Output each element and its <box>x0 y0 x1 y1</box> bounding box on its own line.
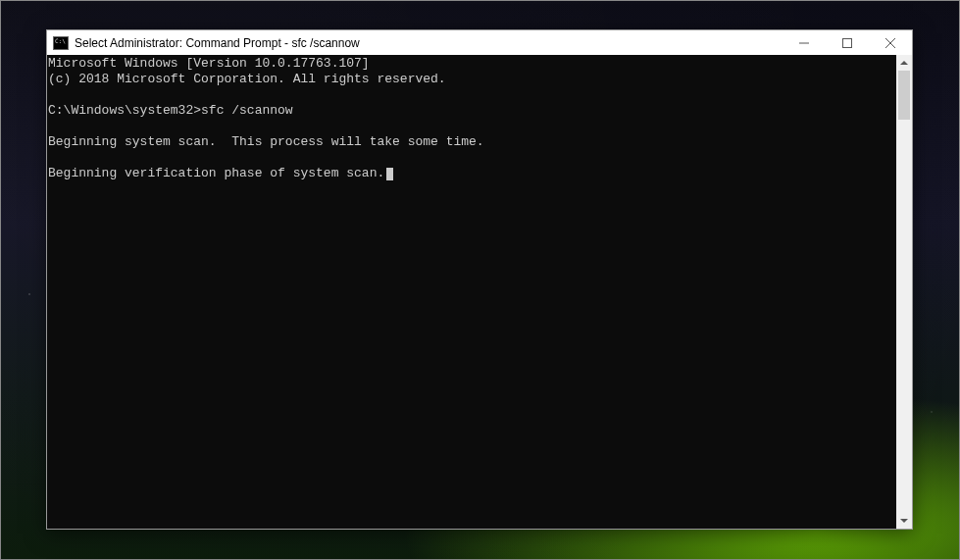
prompt-path: C:\Windows\system32> <box>48 103 201 118</box>
copyright-line: (c) 2018 Microsoft Corporation. All righ… <box>48 72 446 86</box>
cursor-icon <box>386 168 393 180</box>
terminal-output[interactable]: Microsoft Windows [Version 10.0.17763.10… <box>47 55 896 529</box>
window-controls <box>783 30 912 55</box>
command-prompt-window: Select Administrator: Command Prompt - s… <box>46 29 913 530</box>
scroll-thumb[interactable] <box>898 71 910 120</box>
minimize-icon <box>799 38 809 48</box>
vertical-scrollbar[interactable] <box>896 55 912 529</box>
close-button[interactable] <box>869 30 912 55</box>
svg-rect-1 <box>843 38 852 47</box>
maximize-icon <box>842 38 852 48</box>
scroll-up-arrow-icon[interactable] <box>896 55 912 71</box>
cmd-icon <box>53 36 69 50</box>
scroll-track[interactable] <box>896 71 912 513</box>
verification-line: Beginning verification phase of system s… <box>48 166 384 180</box>
window-title: Select Administrator: Command Prompt - s… <box>75 36 783 50</box>
maximize-button[interactable] <box>826 30 869 55</box>
console-area: Microsoft Windows [Version 10.0.17763.10… <box>47 55 912 529</box>
scroll-down-arrow-icon[interactable] <box>896 513 912 529</box>
entered-command: sfc /scannow <box>201 103 293 118</box>
os-version-line: Microsoft Windows [Version 10.0.17763.10… <box>48 56 370 71</box>
titlebar[interactable]: Select Administrator: Command Prompt - s… <box>47 30 912 55</box>
minimize-button[interactable] <box>783 30 826 55</box>
scan-begin-line: Beginning system scan. This process will… <box>48 134 484 149</box>
close-icon <box>885 38 895 48</box>
